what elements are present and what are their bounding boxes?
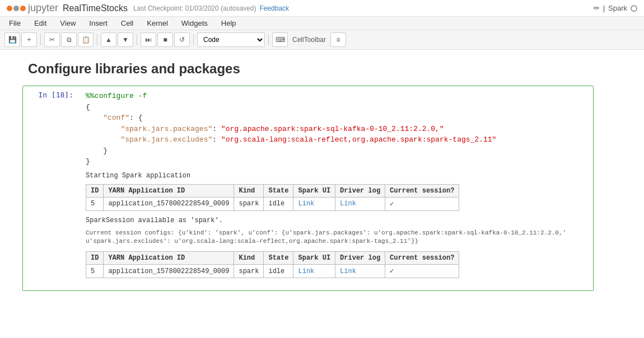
cell-kind: spark [234,197,264,210]
code-val-packages: "org.apache.spark:spark-sql-kafka-0-10_2… [221,125,444,133]
fast-forward-button[interactable]: ⏭ [141,32,156,47]
col-spark-ui: Spark UI [293,184,335,197]
cell2-current-session: ✓ [385,265,459,278]
toolbar-sep5 [268,34,269,45]
menu-kernel[interactable]: Kernel [144,18,170,29]
col2-state: State [264,252,293,265]
spark-ui-link[interactable]: Link [298,200,314,208]
col2-id: ID [86,252,104,265]
col-id: ID [86,184,104,197]
code-brace-close: } [86,157,90,166]
cell-id: 5 [86,197,104,210]
table-row: 5 application_1578002228549_0009 spark i… [86,265,459,278]
cell2-kind: spark [234,265,264,278]
col-current-session: Current session? [385,184,459,197]
restart-button[interactable]: ↺ [174,32,190,47]
driver-log-link-2[interactable]: Link [340,267,356,275]
starting-spark-text: Starting Spark application [86,172,586,180]
table-row: 5 application_1578002228549_0009 spark i… [86,197,459,210]
circle-orange [7,6,12,11]
cell-driver-log[interactable]: Link [335,197,385,210]
cell2-spark-ui[interactable]: Link [293,265,335,278]
checkpoint-text: Last Checkpoint: 01/03/2020 (autosaved) [133,4,256,12]
menu-bar: File Edit View Insert Cell Kernel Widget… [0,17,644,30]
cell-state: idle [264,197,293,210]
cell2-driver-log[interactable]: Link [335,265,385,278]
menu-view[interactable]: View [58,18,78,29]
spark-label: Spark [608,4,627,12]
menu-widgets[interactable]: Widgets [179,18,210,29]
pencil-icon: ✏ [594,4,600,12]
session-configs: Current session configs: {u'kind': 'spar… [86,229,586,246]
toolbar-sep1 [40,34,41,45]
spark-status-dot [631,5,637,12]
spark-indicator: ✏ | Spark [594,4,637,12]
stop-button[interactable]: ■ [157,32,173,47]
jupyter-icon [7,6,26,11]
cell-18-body: %%configure -f { "conf": { "spark.jars.p… [79,86,593,290]
notebook-content: Configure libraries and packages In [18]… [0,50,616,302]
grid-button[interactable]: ≡ [330,32,346,47]
keyboard-button[interactable]: ⌨ [272,32,288,47]
cell-current-session: ✓ [385,197,459,210]
col2-current-session: Current session? [385,252,459,265]
circle-orange2 [20,6,26,11]
cell-spark-ui[interactable]: Link [293,197,335,210]
table2-header-row: ID YARN Application ID Kind State Spark … [86,252,459,265]
spark-table-1: ID YARN Application ID Kind State Spark … [86,184,459,211]
menu-cell[interactable]: Cell [119,18,136,29]
move-up-button[interactable]: ▲ [101,32,116,47]
code-brace-open: { [86,103,90,111]
col-kind: Kind [234,184,264,197]
code-key-conf: "conf" [103,114,129,122]
header-bar: jupyter RealTimeStocks Last Checkpoint: … [0,0,644,17]
notebook-name[interactable]: RealTimeStocks [63,3,128,13]
toolbar-sep3 [137,34,137,45]
save-button[interactable]: 💾 [4,32,20,47]
cell2-id: 5 [86,265,104,278]
code-magic: %%configure -f [86,92,147,100]
col2-kind: Kind [234,252,264,265]
menu-file[interactable]: File [7,18,23,29]
driver-log-link[interactable]: Link [340,200,356,208]
paste-button[interactable]: 📋 [78,32,94,47]
copy-button[interactable]: ⧉ [61,32,77,47]
move-down-button[interactable]: ▼ [118,32,133,47]
code-key-packages: "spark.jars.packages" [120,125,212,133]
code-colon3: : [212,135,221,144]
menu-insert[interactable]: Insert [87,18,110,29]
feedback-link[interactable]: Feedback [259,4,289,12]
cell-toolbar-label[interactable]: CellToolbar [289,36,329,44]
cut-button[interactable]: ✂ [44,32,60,47]
add-cell-button[interactable]: + [21,32,37,47]
cell2-state: idle [264,265,293,278]
jupyter-logo: jupyter [7,2,58,14]
spark-avail-text: SparkSession available as 'spark'. [86,217,586,224]
code-colon2: : [212,125,221,133]
menu-help[interactable]: Help [219,18,239,29]
cell-type-select[interactable]: Code Markdown Raw NBConvert Heading [197,32,265,47]
jupyter-text: jupyter [28,2,58,14]
spark-ui-link-2[interactable]: Link [298,267,314,275]
cell-18-output: Starting Spark application ID YARN Appli… [86,167,586,287]
session-configs-label: Current session configs: [86,229,174,236]
cell-18-code[interactable]: %%configure -f { "conf": { "spark.jars.p… [86,91,586,167]
circle-gray [13,6,19,11]
spark-separator: | [603,4,605,12]
code-inner-close: } [103,147,108,155]
col-yarn-app-id: YARN Application ID [104,184,234,197]
code-colon1: : { [129,114,142,122]
col2-yarn-app-id: YARN Application ID [104,252,234,265]
toolbar-sep2 [97,34,97,45]
menu-edit[interactable]: Edit [32,18,49,29]
section-title: Configure libraries and packages [22,61,594,77]
col-state: State [264,184,293,197]
col-driver-log: Driver log [335,184,385,197]
cell-18: In [18]: %%configure -f { "conf": { "spa… [22,86,594,291]
toolbar-sep4 [193,34,194,45]
cell-yarn-app-id: application_1578002228549_0009 [104,197,234,210]
cell-18-prompt: In [18]: [23,86,79,290]
table1-header-row: ID YARN Application ID Kind State Spark … [86,184,459,197]
toolbar: 💾 + ✂ ⧉ 📋 ▲ ▼ ⏭ ■ ↺ Code Markdown Raw NB… [0,30,644,50]
cell2-yarn-app-id: application_1578002228549_0009 [104,265,234,278]
